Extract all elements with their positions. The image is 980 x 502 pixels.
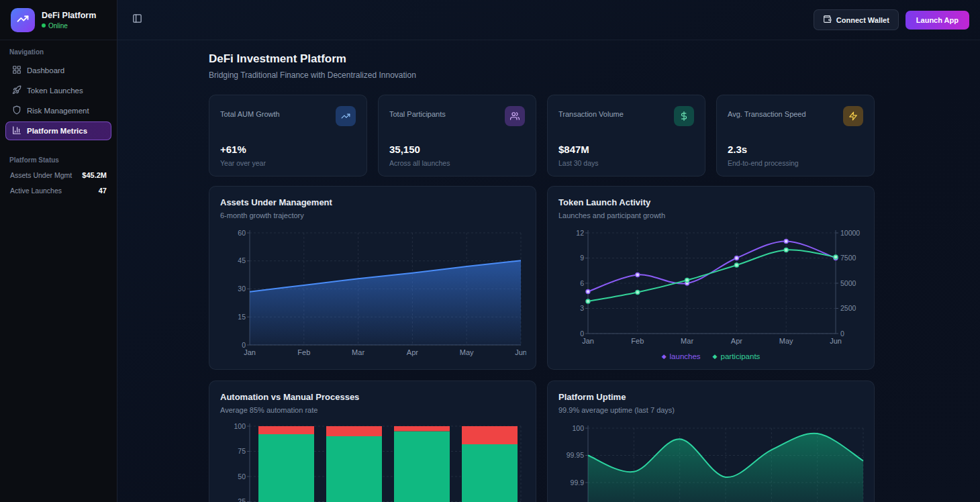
trending-up-icon <box>17 13 29 28</box>
bar-segment-manual <box>258 426 314 434</box>
bar-segment-automated <box>394 432 450 502</box>
stat-card-label: Total AUM Growth <box>220 110 280 118</box>
legend-item-participants[interactable]: ◆participants <box>713 352 761 360</box>
panel-left-icon <box>132 13 142 26</box>
left-axis-ticks: 036912 <box>576 229 588 338</box>
stat-card-avg-transaction-speed: Avg. Transaction Speed2.3sEnd-to-end pro… <box>716 95 875 177</box>
svg-text:Mar: Mar <box>681 337 693 345</box>
sidebar-toggle-button[interactable] <box>128 11 146 29</box>
legend-item-launches[interactable]: ◆launches <box>662 352 701 360</box>
launch-app-button[interactable]: Launch App <box>905 11 969 30</box>
nav-section-label: Navigation <box>5 48 111 56</box>
uptime-chart-title: Platform Uptime <box>558 392 863 402</box>
stat-card-transaction-volume: Transaction Volume$847MLast 30 days <box>547 95 705 177</box>
svg-text:Jan: Jan <box>244 348 256 356</box>
status-section-label: Platform Status <box>5 156 111 164</box>
svg-text:Jan: Jan <box>582 337 594 345</box>
sidebar-item-label: Dashboard <box>27 66 64 74</box>
page-subtitle: Bridging Traditional Finance with Decent… <box>209 70 875 80</box>
sidebar-item-label: Platform Metrics <box>27 127 87 135</box>
stat-card-label: Avg. Transaction Speed <box>728 110 806 118</box>
uptime-area <box>588 434 863 502</box>
stat-card-label: Total Participants <box>389 110 446 118</box>
y-axis-ticks: 015304560 <box>238 229 250 349</box>
legend-label: participants <box>721 352 761 360</box>
sidebar-item-risk-management[interactable]: Risk Management <box>5 101 111 120</box>
page-content: DeFi Investment Platform Bridging Tradit… <box>209 40 875 502</box>
svg-text:Apr: Apr <box>407 348 418 356</box>
app-logo <box>11 8 35 32</box>
status-label: Assets Under Mgmt <box>10 171 72 179</box>
sidebar-header: DeFi Platform Online <box>0 0 117 40</box>
chart-automation: 0255075100 <box>220 421 525 502</box>
svg-text:Feb: Feb <box>297 348 310 356</box>
stat-card-total-aum-growth: Total AUM Growth+61%Year over year <box>209 95 367 177</box>
svg-text:2500: 2500 <box>840 304 856 312</box>
x-axis-labels: JanFebMarAprMayJun <box>582 337 842 345</box>
svg-text:Mar: Mar <box>352 348 364 356</box>
wallet-icon <box>823 15 832 25</box>
stat-card-total-participants: Total Participants35,150Across all launc… <box>378 95 536 177</box>
svg-text:Jun: Jun <box>515 348 526 356</box>
y-axis-ticks: 0255075100 <box>234 422 250 502</box>
stat-card-value: $847M <box>558 144 694 155</box>
sidebar-item-token-launches[interactable]: Token Launches <box>5 81 111 100</box>
rocket-icon <box>12 85 21 96</box>
sidebar-item-platform-metrics[interactable]: Platform Metrics <box>5 121 111 140</box>
svg-text:3: 3 <box>580 304 584 312</box>
sidebar-nav: DashboardToken LaunchesRisk ManagementPl… <box>5 61 111 140</box>
bar-segment-automated <box>326 436 382 502</box>
stat-card-value: 2.3s <box>728 144 863 155</box>
status-value: $45.2M <box>82 171 107 179</box>
automation-chart-title: Automation vs Manual Processes <box>220 392 525 402</box>
svg-text:60: 60 <box>238 229 246 237</box>
bar-chart-icon <box>12 126 21 136</box>
dashboard-grid-icon <box>12 65 21 76</box>
legend-diamond-icon: ◆ <box>713 353 718 360</box>
series-launches <box>586 240 838 294</box>
sidebar-item-label: Token Launches <box>27 87 83 95</box>
svg-text:30: 30 <box>238 285 246 293</box>
trending-up-icon <box>336 106 356 126</box>
connect-wallet-button[interactable]: Connect Wallet <box>814 9 899 30</box>
sidebar-item-dashboard[interactable]: Dashboard <box>5 61 111 80</box>
svg-text:99.9: 99.9 <box>571 479 585 487</box>
chart-aum: 015304560JanFebMarAprMayJun <box>220 226 525 360</box>
svg-text:25: 25 <box>238 497 246 502</box>
y-axis-ticks: 99.999.95100 <box>567 424 588 487</box>
charts-row-2: Automation vs Manual Processes Average 8… <box>209 381 875 502</box>
automation-chart-subtitle: Average 85% automation rate <box>220 406 525 414</box>
token-launch-chart-card: Token Launch Activity Launches and parti… <box>547 186 875 370</box>
axes <box>588 230 836 334</box>
users-icon <box>505 106 525 126</box>
token-launch-chart-title: Token Launch Activity <box>558 197 863 207</box>
stat-card-value: 35,150 <box>389 144 525 155</box>
legend-label: launches <box>670 352 701 360</box>
platform-status-rows: Assets Under Mgmt$45.2MActive Launches47 <box>5 171 111 195</box>
svg-text:6: 6 <box>580 279 584 287</box>
series-participants <box>586 248 838 304</box>
online-status: Online <box>42 22 96 30</box>
online-label: Online <box>48 22 68 30</box>
status-label: Active Launches <box>10 187 62 195</box>
aum-chart-svg: 015304560JanFebMarAprMayJun <box>220 226 526 358</box>
bar-segment-manual <box>394 426 450 432</box>
main-area: Connect Wallet Launch App DeFi Investmen… <box>117 0 980 502</box>
bar-segment-automated <box>258 434 314 502</box>
topbar: Connect Wallet Launch App <box>117 0 980 40</box>
stacked-bars <box>258 426 518 502</box>
uptime-chart-card: Platform Uptime 99.9% average uptime (la… <box>547 381 875 502</box>
zap-icon <box>843 106 863 126</box>
stat-cards-row: Total AUM Growth+61%Year over yearTotal … <box>209 95 875 177</box>
sidebar: DeFi Platform Online Navigation Dashboar… <box>0 0 117 502</box>
stat-card-sub: End-to-end processing <box>728 159 863 167</box>
aum-chart-title: Assets Under Management <box>220 197 525 207</box>
token-launch-chart-subtitle: Launches and participant growth <box>558 211 863 219</box>
svg-text:0: 0 <box>840 330 844 338</box>
svg-text:10000: 10000 <box>840 229 860 237</box>
svg-text:100: 100 <box>234 422 246 430</box>
dollar-icon <box>674 106 694 126</box>
svg-text:5000: 5000 <box>840 279 856 287</box>
svg-text:7500: 7500 <box>840 254 856 262</box>
legend-diamond-icon: ◆ <box>662 353 667 360</box>
